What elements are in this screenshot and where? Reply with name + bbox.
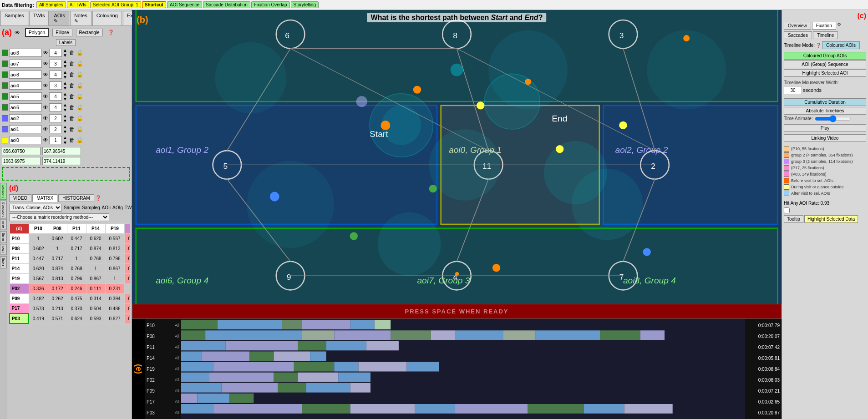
filter-all-samples[interactable]: All Samples (36, 1, 66, 8)
tooltip-btn[interactable]: Tooltip (784, 215, 803, 223)
reorder-select[interactable]: ---Choose a matrix reordering method--- (9, 213, 109, 221)
aoi0-del[interactable]: 🗑 (68, 137, 76, 143)
aoi2-lock[interactable]: 🔒 (76, 115, 83, 121)
aoi3-num[interactable] (49, 49, 62, 57)
coord-y1[interactable] (42, 147, 81, 155)
aoi3-eye[interactable]: 👁 (43, 50, 48, 56)
help-icon[interactable]: ❓ (108, 30, 114, 35)
side-tab-aoii[interactable]: AOIi (0, 219, 7, 230)
rectangle-btn[interactable]: Rectangle (76, 29, 103, 36)
aoi1-name-input[interactable] (9, 125, 42, 133)
aoi0-lock[interactable]: 🔒 (76, 137, 83, 143)
viz-area[interactable]: (b) What is the shortest path between St… (132, 10, 782, 304)
tab-matrix[interactable]: MATRIX (32, 194, 57, 202)
aoi6-del[interactable]: 🗑 (68, 104, 76, 111)
timeline-mode-help[interactable]: ❓ (816, 43, 821, 48)
tab-samples[interactable]: Samples (0, 11, 28, 25)
aoi6-lock[interactable]: 🔒 (76, 104, 83, 111)
aoi3-lock[interactable]: 🔒 (76, 50, 83, 56)
aoi5-eye[interactable]: 👁 (43, 93, 48, 100)
aoi1-num[interactable] (49, 125, 62, 133)
absolute-timelines-btn[interactable]: Absolute Timelines (784, 107, 866, 115)
tab-notes[interactable]: Notes ✎ (70, 11, 91, 25)
tab-video[interactable]: VIDEO (9, 194, 31, 202)
right-tab-saccades[interactable]: Saccades (784, 31, 812, 39)
labels-btn[interactable]: Labels (56, 39, 76, 46)
side-tab-sampleg[interactable]: Sampleg (0, 201, 7, 219)
aoi4-num[interactable] (49, 81, 62, 90)
coord-y2[interactable] (42, 157, 81, 165)
press-space-bar[interactable]: PRESS SPACE WHEN READY (132, 304, 782, 319)
aoi2-num[interactable] (49, 114, 62, 122)
aoi0-name-input[interactable] (9, 136, 42, 144)
filter-selected-aoi[interactable]: Selected AOI Group: 1 (90, 1, 141, 8)
aoi6-num[interactable] (49, 103, 62, 111)
right-tab-overview[interactable]: Overview (784, 22, 811, 30)
aoi5-lock[interactable]: 🔒 (76, 93, 83, 100)
aoi1-del[interactable]: 🗑 (68, 126, 76, 132)
aoi-group-seq-btn[interactable]: AOI (Group) Sequence (784, 61, 866, 68)
aoi1-eye[interactable]: 👁 (43, 126, 48, 132)
aoi7-lock[interactable]: 🔒 (76, 61, 83, 67)
aoi6-name-input[interactable] (9, 103, 42, 111)
aoi7-del[interactable]: 🗑 (68, 61, 76, 67)
aoi7-spin[interactable]: ▲▼ (63, 59, 67, 69)
aoi3-name-input[interactable] (9, 49, 42, 57)
aoi3-del[interactable]: 🗑 (68, 50, 76, 56)
aoi1-lock[interactable]: 🔒 (76, 126, 83, 132)
aoi6-spin[interactable]: ▲▼ (63, 102, 67, 112)
aoi4-lock[interactable]: 🔒 (76, 82, 83, 89)
animate-slider[interactable] (815, 115, 851, 122)
tab-histogram[interactable]: HISTOGRAM (58, 194, 94, 202)
rate-checkbox[interactable] (784, 207, 790, 213)
filter-all-twis[interactable]: All TWIs (67, 1, 89, 8)
aoi8-num[interactable] (49, 71, 62, 79)
visibility-toggle[interactable]: 👁 (15, 30, 20, 36)
aoi7-eye[interactable]: 👁 (43, 61, 48, 67)
coloured-aois-btn[interactable]: Coloured AOIs (822, 41, 860, 49)
aoi1-spin[interactable]: ▲▼ (63, 124, 67, 134)
tab-twis[interactable]: TWIs (29, 11, 49, 25)
filter-aoi-sequence[interactable]: AOI Sequence (167, 1, 202, 8)
aoi4-spin[interactable]: ▲▼ (63, 81, 67, 91)
linking-video-btn[interactable]: Linking Video (784, 134, 866, 142)
side-tab-twii[interactable]: TWIi (0, 244, 7, 255)
aoi7-num[interactable] (49, 60, 62, 68)
aoi5-num[interactable] (49, 92, 62, 101)
aoi4-name-input[interactable] (9, 81, 42, 90)
matrix-dropdown[interactable]: Trans. Cosine, AOIs (9, 204, 62, 212)
aoi4-del[interactable]: 🗑 (68, 82, 76, 89)
matrix-help-icon[interactable]: ❓ (95, 195, 102, 201)
cumulative-duration-btn[interactable]: Cumulative Duration (784, 98, 866, 106)
aoi2-name-input[interactable] (9, 114, 42, 122)
play-btn[interactable]: Play (784, 124, 866, 132)
aoi2-spin[interactable]: ▲▼ (63, 113, 67, 123)
aoi5-name-input[interactable] (9, 92, 42, 101)
aoi4-eye[interactable]: 👁 (43, 82, 48, 89)
aoi5-del[interactable]: 🗑 (68, 93, 76, 100)
aoi6-eye[interactable]: 👁 (43, 104, 48, 111)
polygon-btn[interactable]: Polygon (25, 28, 49, 37)
aoi2-eye[interactable]: 👁 (43, 115, 48, 121)
aoi2-del[interactable]: 🗑 (68, 115, 76, 121)
aoi8-eye[interactable]: 👁 (43, 71, 48, 78)
filter-sacc-dist[interactable]: Saccade Distribution (203, 1, 250, 8)
ellipse-btn[interactable]: Ellipse (52, 29, 72, 36)
aoi8-spin[interactable]: ▲▼ (63, 70, 67, 80)
aoi8-name-input[interactable] (9, 71, 42, 79)
aoi8-lock[interactable]: 🔒 (76, 71, 83, 78)
width-input[interactable] (784, 86, 802, 94)
highlight-data-btn[interactable]: Highlight Selected Data (804, 215, 858, 223)
side-tab-twig[interactable]: TWIg (0, 256, 7, 268)
coord-x1[interactable] (2, 147, 41, 155)
aoi5-spin[interactable]: ▲▼ (63, 91, 67, 101)
aoi7-name-input[interactable] (9, 60, 42, 68)
highlight-sel-btn[interactable]: Highlight Selected AOI (784, 69, 866, 77)
aoi3-spin[interactable]: ▲▼ (63, 48, 67, 58)
coloured-group-btn[interactable]: Coloured Group AOIs (784, 52, 866, 60)
aoi0-spin[interactable]: ▲▼ (63, 135, 67, 145)
aoi0-num[interactable] (49, 136, 62, 144)
tab-colouring[interactable]: Colouring (92, 11, 122, 25)
coord-x2[interactable] (2, 157, 41, 165)
right-tab-timeline[interactable]: Timeline (813, 31, 838, 39)
